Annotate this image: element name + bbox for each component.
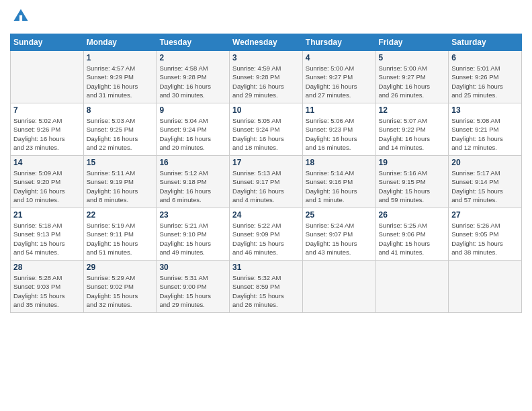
day-cell: 2Sunrise: 4:58 AM Sunset: 9:28 PM Daylig… [157, 51, 230, 103]
day-header-sunday: Sunday [11, 34, 84, 51]
page: SundayMondayTuesdayWednesdayThursdayFrid… [0, 0, 532, 411]
day-info: Sunrise: 5:00 AM Sunset: 9:27 PM Dayligh… [306, 64, 373, 99]
day-cell: 6Sunrise: 5:01 AM Sunset: 9:26 PM Daylig… [449, 51, 522, 103]
day-header-wednesday: Wednesday [230, 34, 303, 51]
day-cell: 10Sunrise: 5:05 AM Sunset: 9:24 PM Dayli… [230, 103, 303, 156]
day-cell: 3Sunrise: 4:59 AM Sunset: 9:28 PM Daylig… [230, 51, 303, 103]
day-number: 30 [159, 263, 226, 272]
day-number: 26 [379, 210, 446, 220]
day-cell: 12Sunrise: 5:07 AM Sunset: 9:22 PM Dayli… [375, 103, 449, 156]
day-cell [375, 261, 449, 313]
day-cell: 18Sunrise: 5:14 AM Sunset: 9:16 PM Dayli… [302, 156, 375, 208]
day-info: Sunrise: 5:28 AM Sunset: 9:03 PM Dayligh… [13, 273, 81, 309]
day-number: 22 [87, 210, 154, 220]
day-info: Sunrise: 5:07 AM Sunset: 9:22 PM Dayligh… [379, 116, 446, 152]
day-header-saturday: Saturday [449, 34, 522, 51]
day-number: 27 [451, 210, 519, 220]
day-number: 20 [451, 158, 519, 167]
logo-icon [11, 7, 30, 26]
day-info: Sunrise: 5:14 AM Sunset: 9:16 PM Dayligh… [306, 169, 373, 204]
day-info: Sunrise: 5:26 AM Sunset: 9:05 PM Dayligh… [451, 221, 519, 257]
day-number: 28 [13, 263, 81, 272]
day-number: 31 [232, 263, 300, 272]
day-info: Sunrise: 5:22 AM Sunset: 9:09 PM Dayligh… [232, 221, 300, 257]
day-info: Sunrise: 5:08 AM Sunset: 9:21 PM Dayligh… [451, 116, 519, 152]
day-cell: 29Sunrise: 5:29 AM Sunset: 9:02 PM Dayli… [83, 261, 157, 313]
day-info: Sunrise: 5:02 AM Sunset: 9:26 PM Dayligh… [13, 116, 81, 152]
day-info: Sunrise: 5:03 AM Sunset: 9:25 PM Dayligh… [87, 116, 154, 152]
day-info: Sunrise: 5:00 AM Sunset: 9:27 PM Dayligh… [379, 64, 446, 99]
day-number: 4 [306, 53, 373, 62]
day-info: Sunrise: 5:19 AM Sunset: 9:11 PM Dayligh… [87, 221, 154, 257]
day-info: Sunrise: 5:31 AM Sunset: 9:00 PM Dayligh… [159, 273, 226, 309]
day-cell [449, 261, 522, 313]
day-cell: 15Sunrise: 5:11 AM Sunset: 9:19 PM Dayli… [83, 156, 157, 208]
day-number: 11 [306, 105, 373, 115]
day-info: Sunrise: 5:13 AM Sunset: 9:17 PM Dayligh… [232, 169, 300, 204]
day-info: Sunrise: 4:57 AM Sunset: 9:29 PM Dayligh… [87, 64, 154, 99]
day-number: 25 [306, 210, 373, 220]
calendar-table: SundayMondayTuesdayWednesdayThursdayFrid… [10, 34, 522, 313]
day-info: Sunrise: 5:18 AM Sunset: 9:13 PM Dayligh… [13, 221, 81, 257]
day-info: Sunrise: 5:29 AM Sunset: 9:02 PM Dayligh… [87, 273, 154, 309]
day-info: Sunrise: 5:06 AM Sunset: 9:23 PM Dayligh… [306, 116, 373, 152]
day-cell: 27Sunrise: 5:26 AM Sunset: 9:05 PM Dayli… [449, 208, 522, 261]
day-number: 12 [379, 105, 446, 115]
day-number: 19 [379, 158, 446, 167]
day-cell: 21Sunrise: 5:18 AM Sunset: 9:13 PM Dayli… [11, 208, 84, 261]
day-number: 21 [13, 210, 81, 220]
day-cell: 25Sunrise: 5:24 AM Sunset: 9:07 PM Dayli… [302, 208, 375, 261]
day-info: Sunrise: 4:59 AM Sunset: 9:28 PM Dayligh… [232, 64, 300, 99]
day-info: Sunrise: 5:04 AM Sunset: 9:24 PM Dayligh… [159, 116, 226, 152]
day-cell: 23Sunrise: 5:21 AM Sunset: 9:10 PM Dayli… [157, 208, 230, 261]
day-number: 9 [159, 105, 226, 115]
week-row-3: 14Sunrise: 5:09 AM Sunset: 9:20 PM Dayli… [11, 156, 522, 208]
day-cell: 22Sunrise: 5:19 AM Sunset: 9:11 PM Dayli… [83, 208, 157, 261]
day-info: Sunrise: 5:05 AM Sunset: 9:24 PM Dayligh… [232, 116, 300, 152]
day-cell: 8Sunrise: 5:03 AM Sunset: 9:25 PM Daylig… [83, 103, 157, 156]
day-info: Sunrise: 5:25 AM Sunset: 9:06 PM Dayligh… [379, 221, 446, 257]
day-number: 15 [87, 158, 154, 167]
day-number: 7 [13, 105, 81, 115]
day-cell: 20Sunrise: 5:17 AM Sunset: 9:14 PM Dayli… [449, 156, 522, 208]
day-number: 1 [87, 53, 154, 62]
day-cell: 26Sunrise: 5:25 AM Sunset: 9:06 PM Dayli… [375, 208, 449, 261]
day-cell: 31Sunrise: 5:32 AM Sunset: 8:59 PM Dayli… [230, 261, 303, 313]
week-row-2: 7Sunrise: 5:02 AM Sunset: 9:26 PM Daylig… [11, 103, 522, 156]
day-number: 23 [159, 210, 226, 220]
day-header-tuesday: Tuesday [157, 34, 230, 51]
day-cell: 9Sunrise: 5:04 AM Sunset: 9:24 PM Daylig… [157, 103, 230, 156]
day-info: Sunrise: 5:32 AM Sunset: 8:59 PM Dayligh… [232, 273, 300, 309]
day-cell: 19Sunrise: 5:16 AM Sunset: 9:15 PM Dayli… [375, 156, 449, 208]
day-number: 13 [451, 105, 519, 115]
day-info: Sunrise: 5:17 AM Sunset: 9:14 PM Dayligh… [451, 169, 519, 204]
day-header-thursday: Thursday [302, 34, 375, 51]
week-row-5: 28Sunrise: 5:28 AM Sunset: 9:03 PM Dayli… [11, 261, 522, 313]
day-number: 6 [451, 53, 519, 62]
day-info: Sunrise: 5:11 AM Sunset: 9:19 PM Dayligh… [87, 169, 154, 204]
day-info: Sunrise: 5:01 AM Sunset: 9:26 PM Dayligh… [451, 64, 519, 99]
day-cell: 24Sunrise: 5:22 AM Sunset: 9:09 PM Dayli… [230, 208, 303, 261]
day-cell: 17Sunrise: 5:13 AM Sunset: 9:17 PM Dayli… [230, 156, 303, 208]
day-cell: 7Sunrise: 5:02 AM Sunset: 9:26 PM Daylig… [11, 103, 84, 156]
day-header-friday: Friday [375, 34, 449, 51]
day-number: 17 [232, 158, 300, 167]
day-header-monday: Monday [83, 34, 157, 51]
day-info: Sunrise: 5:16 AM Sunset: 9:15 PM Dayligh… [379, 169, 446, 204]
day-number: 18 [306, 158, 373, 167]
day-cell: 28Sunrise: 5:28 AM Sunset: 9:03 PM Dayli… [11, 261, 84, 313]
day-info: Sunrise: 5:12 AM Sunset: 9:18 PM Dayligh… [159, 169, 226, 204]
header [10, 7, 522, 28]
day-info: Sunrise: 5:21 AM Sunset: 9:10 PM Dayligh… [159, 221, 226, 257]
svg-rect-1 [19, 15, 22, 21]
day-cell: 4Sunrise: 5:00 AM Sunset: 9:27 PM Daylig… [302, 51, 375, 103]
day-cell [11, 51, 84, 103]
day-number: 14 [13, 158, 81, 167]
day-info: Sunrise: 4:58 AM Sunset: 9:28 PM Dayligh… [159, 64, 226, 99]
day-number: 8 [87, 105, 154, 115]
day-cell: 14Sunrise: 5:09 AM Sunset: 9:20 PM Dayli… [11, 156, 84, 208]
day-number: 16 [159, 158, 226, 167]
day-number: 3 [232, 53, 300, 62]
day-number: 2 [159, 53, 226, 62]
day-number: 10 [232, 105, 300, 115]
